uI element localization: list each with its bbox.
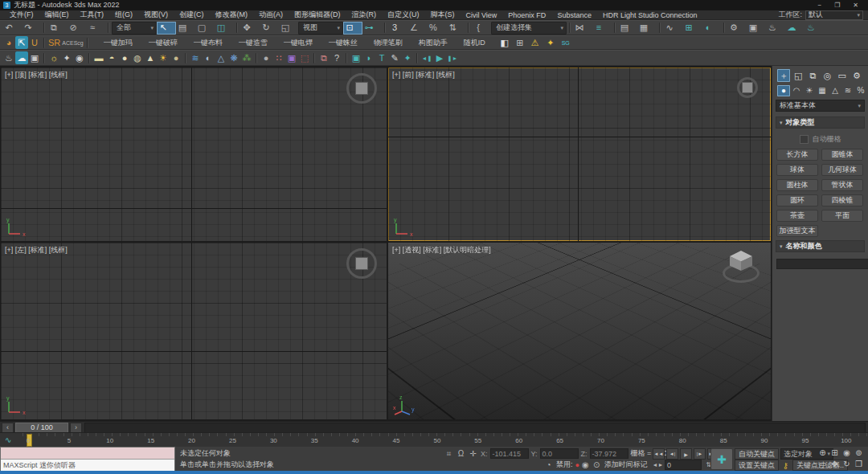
orbit-icon[interactable]: ↻ xyxy=(841,459,853,469)
ruler-tick[interactable]: 80 xyxy=(675,437,690,444)
window-crossing-icon[interactable]: ◫ xyxy=(215,22,234,35)
media-play-icon[interactable]: ▶ xyxy=(433,51,446,64)
edit-named-selections-icon[interactable]: { xyxy=(472,22,491,35)
angle-snap-icon[interactable]: ∠ xyxy=(407,22,427,35)
ruler-tick[interactable]: 50 xyxy=(430,437,444,444)
autodesk-app-icon[interactable]: ◕ xyxy=(2,36,15,49)
spinner-snap-icon[interactable]: ⇅ xyxy=(446,22,465,35)
rollout-object-type[interactable]: ▾ 对象类型 xyxy=(776,116,865,129)
windows-taskbar-strip[interactable] xyxy=(0,471,868,474)
tab-create[interactable]: ＋ xyxy=(777,69,790,82)
primitive-button[interactable]: 加强型文本 xyxy=(776,225,818,237)
export-scene-icon[interactable]: ⇱ xyxy=(15,36,28,49)
menu-item[interactable]: 图形编辑器(D) xyxy=(289,10,346,20)
key-icon[interactable]: ⚷ xyxy=(780,460,791,471)
render-production-icon[interactable]: ♨ xyxy=(766,22,785,35)
menu-item[interactable]: 工具(T) xyxy=(76,10,109,20)
foot-tool-icon[interactable]: ◗ xyxy=(362,51,375,64)
menu-item[interactable]: 编辑(E) xyxy=(40,10,74,20)
menu-item[interactable]: 渲染(R) xyxy=(347,10,382,20)
play-button[interactable]: ▶ xyxy=(680,448,692,460)
redo-icon[interactable]: ↷ xyxy=(22,22,41,35)
primitive-button[interactable]: 球体 xyxy=(776,164,818,176)
undo-icon[interactable]: ↶ xyxy=(2,22,22,35)
viewport-top[interactable]: [+] [顶] [标准] [线框] y x xyxy=(1,67,387,241)
selection-lock-icon[interactable]: Ω xyxy=(456,448,466,459)
percent-snap-icon[interactable]: % xyxy=(427,22,446,35)
sphere-light-icon[interactable]: ● xyxy=(118,51,131,64)
u-plugin-icon[interactable]: U xyxy=(28,36,41,49)
ruler-tick[interactable]: 5 xyxy=(62,437,76,444)
render-setup-icon[interactable]: ⚙ xyxy=(727,22,747,35)
script-button[interactable]: 随机ID xyxy=(456,36,493,49)
menu-item[interactable]: Substance xyxy=(552,11,596,19)
record-dot-icon[interactable]: ● xyxy=(575,461,579,469)
menu-item[interactable]: 脚本(S) xyxy=(426,10,460,20)
minimize-button[interactable]: − xyxy=(817,2,821,9)
menu-item[interactable]: 创建(C) xyxy=(174,10,209,20)
set-key-button[interactable]: ✚ xyxy=(710,448,733,470)
x-coordinate-field[interactable]: -101.415 xyxy=(490,448,529,459)
record-ring-icon[interactable]: ◉ xyxy=(582,460,589,469)
material-editor-icon[interactable]: ◐ xyxy=(702,22,721,35)
select-frame-sphere-icon[interactable]: ⬚ xyxy=(298,51,311,64)
primitive-type-dropdown[interactable]: 标准基本体 ▾ xyxy=(776,100,865,112)
script-button[interactable]: 一键电焊 xyxy=(276,36,321,49)
go-start-button[interactable]: ◄◄ xyxy=(653,448,665,460)
transform-typein-icon[interactable]: ✛ xyxy=(468,448,478,459)
bind-to-space-warp-icon[interactable]: ≈ xyxy=(86,22,105,35)
cat-cameras[interactable]: ▦ xyxy=(816,85,829,96)
cat-spacewarps[interactable]: ≋ xyxy=(841,85,854,96)
set-key-mode-button[interactable]: 设置关键点 xyxy=(735,460,779,471)
render-quick-icon[interactable]: ♨ xyxy=(805,22,824,35)
script-button[interactable]: 构图助手 xyxy=(411,36,456,49)
viewport-label[interactable]: [+] [左] [标准] [线框] xyxy=(5,245,68,255)
teapot-icon[interactable]: ♨ xyxy=(2,51,15,64)
script-button[interactable]: 一键破碎 xyxy=(141,36,186,49)
menu-item[interactable]: 修改器(M) xyxy=(211,10,253,20)
time-next-button[interactable]: › xyxy=(70,423,82,433)
viewcube[interactable] xyxy=(346,73,377,104)
z-coordinate-field[interactable]: -37.972 xyxy=(590,448,628,459)
ruler-tick[interactable]: 0 xyxy=(21,437,35,444)
clipboard-icon[interactable]: ⧉ xyxy=(317,51,330,64)
viewport-label[interactable]: [+] [透视] [标准] [默认明暗处理] xyxy=(392,245,491,255)
cat-shapes[interactable]: ◠ xyxy=(790,85,803,96)
primitive-button[interactable]: 几何球体 xyxy=(821,164,863,176)
ruler-tick[interactable]: 45 xyxy=(389,437,403,444)
zoom-region-icon[interactable]: ▭ xyxy=(817,459,829,469)
cat-lights[interactable]: ☀ xyxy=(803,85,816,96)
time-slider-track[interactable] xyxy=(84,423,866,433)
ruler-tick[interactable]: 75 xyxy=(634,437,649,444)
select-and-link-icon[interactable]: ⧉ xyxy=(47,22,67,35)
script-button[interactable]: 一键造雪 xyxy=(231,36,276,49)
tab-modify[interactable]: ◱ xyxy=(792,69,805,82)
menu-item[interactable]: 自定义(U) xyxy=(383,10,424,20)
camera-icon[interactable]: ◉ xyxy=(73,51,86,64)
ruler-tick[interactable]: 95 xyxy=(798,437,813,444)
cone-light-icon[interactable]: ▲ xyxy=(144,51,157,64)
tab-hierarchy[interactable]: ⧉ xyxy=(806,69,819,82)
zoom-all-icon[interactable]: ⊞ xyxy=(829,447,841,458)
time-prev-button[interactable]: ‹ xyxy=(2,423,14,433)
menu-item[interactable]: 文件(F) xyxy=(5,10,39,20)
use-pivot-center-icon[interactable]: ⊡ xyxy=(343,22,362,35)
next-frame-button[interactable]: |► xyxy=(694,448,706,460)
primitive-button[interactable]: 长方体 xyxy=(776,149,818,161)
key-step-icon[interactable]: ◄► xyxy=(653,460,663,470)
render-window-icon[interactable]: ▣ xyxy=(350,51,362,64)
cat-helpers[interactable]: △ xyxy=(829,85,841,96)
auto-key-button[interactable]: 自动关键点 xyxy=(735,448,779,460)
progressive-display-icon[interactable]: ◔ xyxy=(543,460,554,470)
viewport-label[interactable]: [+] [前] [标准] [线框] xyxy=(392,70,455,80)
tab-motion[interactable]: ◎ xyxy=(821,69,834,82)
primitive-button[interactable]: 圆环 xyxy=(776,194,818,206)
sphere-tan-icon[interactable]: ● xyxy=(170,51,182,64)
add-time-tag[interactable]: 添加时间标记 xyxy=(604,460,648,470)
primitive-button[interactable]: 管状体 xyxy=(821,179,863,191)
named-selection-dropdown[interactable]: 创建选择集 ▾ xyxy=(491,22,567,35)
ruler-tick[interactable]: 20 xyxy=(185,437,199,444)
dither-box-icon[interactable]: ⊞ xyxy=(514,36,526,49)
curve-editor-icon[interactable]: ∿ xyxy=(663,22,682,35)
sg-badge-icon[interactable]: SG xyxy=(559,36,572,49)
